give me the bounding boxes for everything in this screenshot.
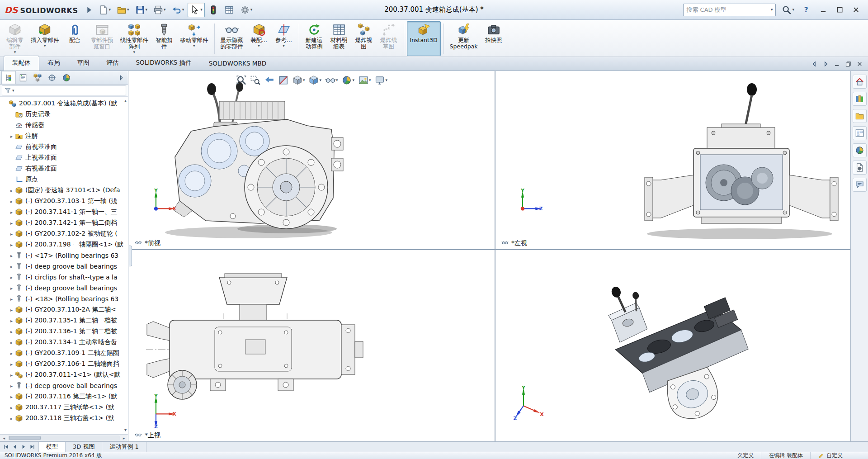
viewport-left[interactable]: YZ *左视 [495, 71, 850, 249]
search-button[interactable]: ▾ [779, 3, 797, 17]
help-button[interactable]: ? [800, 4, 812, 16]
options-gear-button[interactable]: ▾ [238, 3, 255, 17]
displaymanager-tab[interactable] [59, 71, 74, 84]
edit-appearance-button[interactable]: ▾ [341, 74, 356, 86]
hide-show-items-button[interactable]: ▾ [324, 74, 339, 86]
select-cursor-button[interactable]: ▾ [188, 3, 205, 17]
undo-button[interactable]: ▾ [170, 3, 187, 17]
tree-item[interactable]: ▸(-) GY200.37.102-2 被动链轮 ( [0, 228, 128, 239]
assembly-features-button[interactable]: 装配...▾ [247, 21, 271, 56]
expander-icon[interactable]: ▸ [8, 308, 15, 312]
solidworks-forum-button[interactable] [853, 178, 867, 192]
show-hidden-components-button[interactable]: 显示隐藏的零部件 [217, 21, 246, 56]
viewport-top[interactable]: YXZ *上视 [129, 250, 495, 441]
tree-item[interactable]: ▸(-) deep groove ball bearings [0, 261, 128, 272]
linear-component-pattern-button[interactable]: 线性零部件阵列▾ [117, 21, 152, 56]
expander-icon[interactable]: ▸ [8, 416, 15, 421]
command-tab-5[interactable]: SOLIDWORKS MBD [200, 57, 275, 71]
tab-next-button[interactable] [19, 443, 28, 451]
expander-icon[interactable]: ▸ [8, 253, 15, 258]
view-orientation-button[interactable]: ▾ [291, 74, 306, 86]
exploded-view-button[interactable]: 爆炸视图 [352, 21, 376, 56]
expander-icon[interactable]: ▸ [8, 383, 15, 388]
tree-item[interactable]: ▸(-) circlips for shaft--type a la [0, 272, 128, 283]
command-tab-2[interactable]: 草图 [69, 56, 98, 71]
tree-item[interactable]: ▸(-) 200.37.198 一轴隔圈<1> (默 [0, 239, 128, 250]
tree-item[interactable]: ▸(-) <17> (Rolling bearings 63 [0, 250, 128, 261]
expander-icon[interactable]: ▸ [8, 373, 15, 378]
search-scope-caret-icon[interactable]: ▾ [771, 8, 773, 12]
previous-view-button[interactable] [263, 74, 275, 86]
menu-flyout-button[interactable] [82, 3, 96, 17]
take-snapshot-button[interactable]: 拍快照 [481, 21, 506, 56]
expander-icon[interactable]: ▸ [8, 210, 15, 215]
scroll-left-icon[interactable]: ◂ [1, 436, 7, 440]
tree-item[interactable]: ▸(-) 200.37.135-1 第二轴一档被 [0, 315, 128, 326]
panel-splitter-handle[interactable] [129, 246, 132, 266]
expander-icon[interactable]: ▸ [8, 340, 15, 345]
command-tab-4[interactable]: SOLIDWORKS 插件 [127, 56, 200, 71]
configurationmanager-tab[interactable] [30, 71, 45, 84]
expander-icon[interactable]: ▸ [8, 318, 15, 323]
tree-item[interactable]: ▸(-) 200.37.142-1 第一轴二倒档 [0, 218, 128, 228]
expander-icon[interactable]: ▸ [8, 275, 15, 280]
tree-item[interactable]: ▸(-) GY200.37.106-1 二轴端面挡 [0, 359, 128, 369]
tree-item[interactable]: ▸(固定) 变速箱 37101<1> (Defa [0, 185, 128, 196]
panel-flyout-button[interactable] [117, 73, 127, 83]
viewport-splitter-horizontal[interactable] [129, 249, 850, 250]
viewport-isometric[interactable]: YXZ [495, 250, 850, 441]
expander-icon[interactable]: ▸ [8, 221, 15, 226]
command-tab-1[interactable]: 布局 [39, 56, 69, 71]
rebuild-button[interactable] [206, 3, 221, 17]
tree-item[interactable]: ▸(-) 200.37.141-1 第一轴一、三 [0, 207, 128, 218]
update-speedpak-button[interactable]: 更新Speedpak [447, 21, 481, 56]
expander-icon[interactable]: ▸ [8, 297, 15, 302]
file-explorer-button[interactable] [853, 109, 867, 123]
expander-icon[interactable]: ▸ [8, 134, 15, 139]
tab-prev-button[interactable] [11, 443, 19, 451]
tree-horizontal-scrollbar[interactable]: ◂ ▸ [0, 434, 128, 441]
view-palette-button[interactable] [853, 126, 867, 140]
move-component-button[interactable]: 移动零部件▾ [177, 21, 212, 56]
mate-button[interactable]: 配合 [63, 21, 87, 56]
scrollbar-track[interactable] [8, 435, 120, 440]
scroll-right-icon[interactable]: ▸ [121, 436, 127, 440]
appearances-scenes-button[interactable] [853, 143, 867, 157]
close-window-button[interactable] [848, 4, 863, 16]
smart-fasteners-button[interactable]: 智能扣件 [152, 21, 176, 56]
custom-properties-button[interactable] [853, 161, 867, 175]
scrollbar-thumb[interactable] [9, 436, 41, 440]
next-window-button[interactable] [821, 59, 830, 68]
minimize-document-button[interactable] [832, 59, 842, 68]
expander-icon[interactable]: ▸ [8, 264, 15, 269]
tree-item[interactable]: 传感器 [0, 120, 128, 131]
file-properties-button[interactable] [222, 3, 236, 17]
expander-icon[interactable]: ▸ [8, 394, 15, 399]
tree-item[interactable]: ▸(-) 200.37.134-1 主动常啮合齿 [0, 337, 128, 348]
instant3d-button[interactable]: Instant3D [407, 21, 441, 56]
tree-item[interactable]: 原点 [0, 174, 128, 185]
tree-item[interactable]: ▸(-) GY200.37.109-1 二轴左隔圈 [0, 348, 128, 359]
tree-item[interactable]: 右视基准面 [0, 163, 128, 174]
scroll-down-icon[interactable]: ▾ [124, 428, 127, 432]
tree-item[interactable]: 上视基准面 [0, 152, 128, 163]
dimxpertmanager-tab[interactable] [45, 71, 59, 84]
expander-icon[interactable]: ▸ [8, 362, 15, 367]
tree-item[interactable]: ▸(-) GY200.37.103-1 第一轴 (浅 [0, 196, 128, 207]
command-tab-0[interactable]: 装配体 [4, 56, 39, 71]
search-input[interactable] [686, 6, 769, 13]
new-document-button[interactable]: ▾ [96, 3, 113, 17]
expander-icon[interactable]: ▸ [8, 199, 15, 204]
featuremanager-tab[interactable] [1, 71, 16, 84]
tree-item[interactable]: ▸(-) deep groove ball bearings [0, 283, 128, 293]
bill-of-materials-button[interactable]: 材料明细表 [327, 21, 351, 56]
apply-scene-button[interactable]: ▾ [357, 74, 372, 86]
expander-icon[interactable]: ▸ [8, 405, 15, 410]
sheet-tab-1[interactable]: 3D 视图 [66, 442, 102, 452]
search-box[interactable]: ▾ [683, 4, 776, 16]
tab-last-button[interactable] [28, 443, 36, 451]
tree-item[interactable]: 历史记录 [0, 109, 128, 120]
propertymanager-tab[interactable] [16, 71, 30, 84]
expander-icon[interactable]: ▸ [8, 242, 15, 247]
tree-item[interactable]: ▸(-) 200.37.136-1 第二轴二档被 [0, 326, 128, 337]
